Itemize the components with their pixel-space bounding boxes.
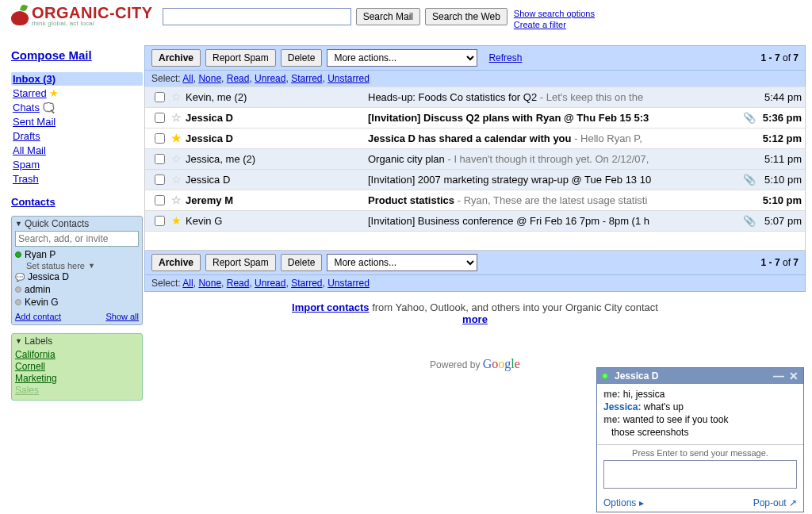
mail-time: 5:07 pm [754,215,802,227]
chat-close-button[interactable]: ✕ [789,370,799,382]
google-logo: Google [483,357,520,370]
caret-down-icon[interactable]: ▼ [15,220,22,228]
nav-allmail[interactable]: All Mail [13,144,46,156]
add-contact-link[interactable]: Add contact [15,312,61,321]
mail-subject: [Invitation] Business conference @ Fri F… [368,215,743,227]
star-toggle-icon[interactable]: ☆ [170,173,182,186]
star-toggle-icon[interactable]: ★ [170,214,182,227]
mail-checkbox[interactable] [155,216,165,226]
chat-peer-name: Jessica D [615,370,768,382]
chat-input[interactable] [603,460,797,489]
mail-row[interactable]: ☆Jeremy MProduct statistics - Ryan, Thes… [145,190,805,210]
apple-icon [11,6,29,25]
select-starred[interactable]: Starred [291,73,322,84]
qc-contact[interactable]: Kevin G [15,296,139,309]
learn-more-link[interactable]: more [462,313,488,325]
mail-row[interactable]: ☆Jessica, me (2)Organic city plan - I ha… [145,148,805,169]
mail-checkbox[interactable] [155,154,165,164]
show-all-contacts-link[interactable]: Show all [105,312,139,321]
pager: 1 - 7 of 7 [761,52,799,63]
select-all[interactable]: All [182,73,193,84]
qc-contact[interactable]: admin [15,283,139,296]
chat-minimize-button[interactable]: — [773,370,784,382]
qc-contact[interactable]: 💬Jessica D [15,270,139,283]
archive-button[interactable]: Archive [151,254,201,271]
mail-time: 5:10 pm [754,194,802,206]
star-toggle-icon[interactable]: ★ [170,132,182,144]
more-actions-select[interactable]: More actions... [327,254,477,271]
mail-time: 5:12 pm [754,132,802,144]
chat-popout-link[interactable]: Pop-out ↗ [753,497,797,508]
mail-row[interactable]: ☆Jessica D[Invitation] Discuss Q2 plans … [145,107,805,128]
select-none[interactable]: None [198,73,221,84]
chat-options-link[interactable]: Options ▸ [603,497,644,508]
select-read[interactable]: Read [227,73,250,84]
search-web-button[interactable]: Search the Web [425,8,508,25]
chat-header[interactable]: Jessica D — ✕ [597,368,803,384]
mail-row[interactable]: ☆Jessica D[Invitation] 2007 marketing st… [145,169,805,190]
mail-checkbox[interactable] [155,92,165,102]
label-item[interactable]: California [15,349,139,360]
labels-title: Labels [25,336,52,347]
delete-button[interactable]: Delete [281,49,323,67]
label-item[interactable]: Sales [15,385,139,396]
report-spam-button[interactable]: Report Spam [205,49,276,67]
select-read[interactable]: Read [227,278,250,289]
select-starred[interactable]: Starred [291,278,322,289]
report-spam-button[interactable]: Report Spam [205,254,276,271]
star-toggle-icon[interactable]: ☆ [170,111,182,124]
archive-button[interactable]: Archive [151,49,201,67]
caret-down-icon[interactable]: ▼ [15,337,22,345]
star-toggle-icon[interactable]: ☆ [170,194,182,206]
toolbar-top: Archive Report Spam Delete More actions.… [144,45,806,71]
mail-row[interactable]: ☆Kevin, me (2)Heads-up: Foods Co statist… [145,86,805,107]
mail-checkbox[interactable] [155,175,165,185]
delete-button[interactable]: Delete [281,254,323,271]
star-toggle-icon[interactable]: ☆ [170,90,182,103]
star-toggle-icon[interactable]: ☆ [170,152,182,165]
label-item[interactable]: Cornell [15,361,139,372]
select-unread[interactable]: Unread [255,278,285,289]
nav-inbox[interactable]: Inbox (3) [13,73,56,85]
mail-time: 5:10 pm [754,174,802,186]
nav-starred[interactable]: Starred [13,87,47,99]
search-mail-button[interactable]: Search Mail [356,8,420,25]
mail-checkbox[interactable] [155,133,165,144]
set-status-dropdown[interactable]: Set status here▼ [15,261,139,270]
toolbar-bottom: Archive Report Spam Delete More actions.… [144,251,806,275]
label-item[interactable]: Marketing [15,373,139,384]
brand-logo: ORGANIC-CITY think global, act local [11,5,153,27]
presence-offline-icon [15,299,21,305]
select-unstarred[interactable]: Unstarred [327,278,370,289]
mail-row[interactable]: ★Jessica DJessica D has shared a calenda… [145,128,805,148]
chat-hint: Press Enter to send your message. [603,448,797,458]
more-actions-select[interactable]: More actions... [327,49,477,67]
nav-sent[interactable]: Sent Mail [13,116,56,128]
select-none[interactable]: None [198,278,221,289]
brand-tagline: think global, act local [32,21,153,27]
mail-time: 5:44 pm [754,91,802,103]
select-unstarred[interactable]: Unstarred [327,73,370,84]
nav-contacts[interactable]: Contacts [11,196,56,208]
pager: 1 - 7 of 7 [761,257,799,268]
mail-sender: Jeremy M [186,194,368,206]
mail-subject: Product statistics - Ryan, These are the… [368,194,743,206]
select-all[interactable]: All [182,278,193,289]
mail-row[interactable]: ★Kevin G[Invitation] Business conference… [145,210,805,231]
show-search-options-link[interactable]: Show search options [514,9,595,18]
mail-checkbox[interactable] [155,195,165,205]
nav-chats[interactable]: Chats [13,102,40,113]
nav-drafts[interactable]: Drafts [13,130,40,142]
nav-spam[interactable]: Spam [13,159,40,171]
arrow-right-icon: ▸ [639,497,644,508]
refresh-link[interactable]: Refresh [488,52,522,63]
select-unread[interactable]: Unread [255,73,285,84]
import-contacts-link[interactable]: Import contacts [292,301,370,313]
nav-trash[interactable]: Trash [13,173,39,185]
search-input[interactable] [163,8,351,25]
mail-subject: [Invitation] 2007 marketing strategy wra… [368,174,743,186]
contact-search-input[interactable] [15,231,139,247]
compose-mail-link[interactable]: Compose Mail [11,48,92,62]
mail-checkbox[interactable] [155,113,165,123]
create-filter-link[interactable]: Create a filter [514,20,566,29]
